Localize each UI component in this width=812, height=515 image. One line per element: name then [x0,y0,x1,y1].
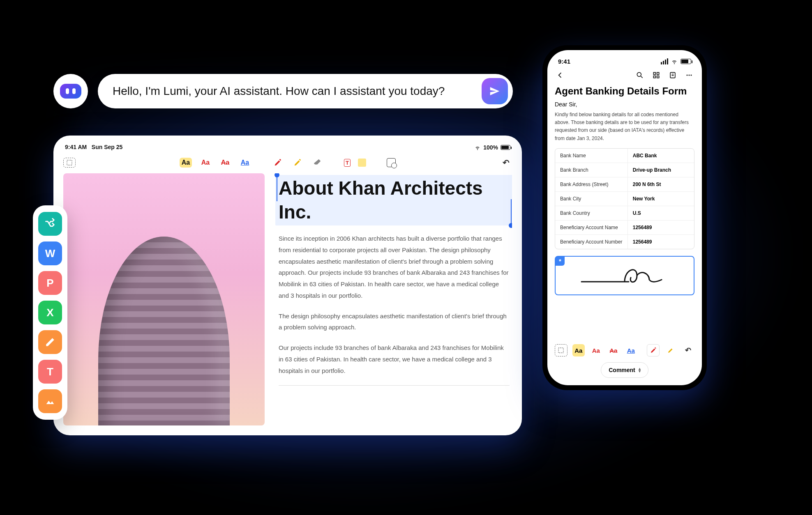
eraser-icon[interactable] [311,158,323,168]
ai-assistant-bar: Hello, I'm Lumi, your AI assistant. How … [53,74,513,108]
selected-title[interactable]: About Khan Architects Inc. [279,177,510,224]
outline-icon[interactable] [668,71,677,80]
signature-field[interactable]: * [555,256,694,295]
phone-topbar [555,69,694,85]
highlight-text-tool[interactable]: Aa [180,158,192,168]
document-content: About Khan Architects Inc. Since its inc… [279,173,512,425]
table-row: Bank CountryU.S [555,206,694,220]
sticky-note-tool[interactable] [358,159,366,167]
status-time: 9:41 AM [65,144,87,150]
grid-icon[interactable] [652,71,661,80]
strikethrough-tool[interactable]: Aa [219,158,231,168]
form-table: Bank NameABC Bank Bank BranchDrive-up Br… [555,148,694,249]
dock-shuffle-icon[interactable] [38,212,62,236]
doc-title: About Khan Architects Inc. [279,177,510,224]
svg-point-7 [687,75,688,76]
more-icon[interactable] [685,71,694,80]
phone-toolbar: Aa Aa Aa Aa ↶ [555,338,694,361]
svg-rect-3 [657,72,659,74]
form-title: Agent Banking Details Form [555,85,694,97]
marker-yellow-icon[interactable] [664,344,677,356]
back-icon[interactable] [556,71,565,80]
svg-rect-2 [653,72,655,74]
signature-icon [579,261,670,290]
table-row: Beneficiary Account Number1256489 [555,235,694,249]
strikethrough-tool[interactable]: Aa [607,344,620,356]
doc-paragraph: Since its inception in 2006 Khan archite… [279,233,510,301]
undo-icon[interactable]: ↶ [682,344,694,356]
battery-pct: 100% [483,144,498,151]
tablet-toolbar: Aa Aa Aa Aa T ↶ [63,156,512,173]
textbox-tool[interactable]: T [344,159,351,167]
tablet-status-bar: 9:41 AM Sun Sep 25 100% [63,141,512,156]
phone-document: Agent Banking Details Form Dear Sir, Kin… [555,85,694,338]
table-row: Bank BranchDrive-up Branch [555,163,694,177]
phone-time: 9:41 [558,58,570,65]
svg-point-1 [637,72,641,76]
text-color-tool[interactable]: Aa [590,344,602,356]
ai-greeting-text: Hello, I'm Lumi, your AI assistant. How … [113,85,473,98]
table-row: Bank Address (Street)200 N 6th St [555,177,694,191]
svg-point-9 [691,75,692,76]
status-date: Sun Sep 25 [92,144,122,150]
svg-rect-5 [657,76,659,78]
signal-icon [661,58,668,64]
dock-image-icon[interactable] [38,389,62,413]
select-tool-icon[interactable] [63,158,76,168]
battery-icon [681,59,691,64]
table-row: Bank NameABC Bank [555,149,694,163]
dock-ppt-icon[interactable]: P [38,271,62,295]
battery-icon [501,145,510,150]
comment-button[interactable]: Comment ▴▾ [601,362,648,378]
document-image [63,173,265,425]
send-button[interactable] [482,78,508,104]
marker-red-icon[interactable] [272,158,284,168]
app-dock: W P X T [33,205,67,420]
divider [279,385,510,386]
phone-frame: 9:41 [542,45,707,390]
svg-point-8 [689,75,690,76]
tablet-window: 9:41 AM Sun Sep 25 100% Aa Aa Aa Aa [53,136,522,435]
dock-word-icon[interactable]: W [38,241,62,265]
dock-text-icon[interactable]: T [38,360,62,384]
form-description: Kindly find below banking details for al… [555,111,694,143]
highlight-text-tool[interactable]: Aa [572,344,585,356]
form-salutation: Dear Sir, [555,101,694,108]
select-tool-icon[interactable] [555,344,567,356]
wifi-icon [671,57,678,65]
underline-tool[interactable]: Aa [239,158,251,168]
marker-red-icon[interactable] [647,344,660,356]
comment-label: Comment [609,367,635,373]
dock-edit-icon[interactable] [38,330,62,354]
underline-tool[interactable]: Aa [625,344,637,356]
required-badge: * [556,257,565,266]
wifi-icon [474,144,481,151]
svg-rect-10 [558,348,563,353]
shape-tool-icon[interactable] [387,158,396,167]
dock-excel-icon[interactable]: X [38,301,62,324]
doc-paragraph: The design philosophy encapsulates aesth… [279,310,510,333]
phone-status-bar: 9:41 [555,56,694,69]
marker-yellow-icon[interactable] [291,158,304,168]
ai-input-pill[interactable]: Hello, I'm Lumi, your AI assistant. How … [98,74,513,108]
ai-robot-icon[interactable] [53,74,88,108]
doc-paragraph: Our projects include 93 branches of bank… [279,342,510,376]
table-row: Bank CityNew York [555,191,694,206]
table-row: Beneficiary Account Name1256489 [555,220,694,235]
svg-rect-4 [653,76,655,78]
search-icon[interactable] [635,71,644,80]
chevron-updown-icon: ▴▾ [639,368,641,372]
text-color-tool[interactable]: Aa [199,158,212,168]
svg-rect-0 [67,160,72,165]
undo-icon[interactable]: ↶ [500,158,512,168]
